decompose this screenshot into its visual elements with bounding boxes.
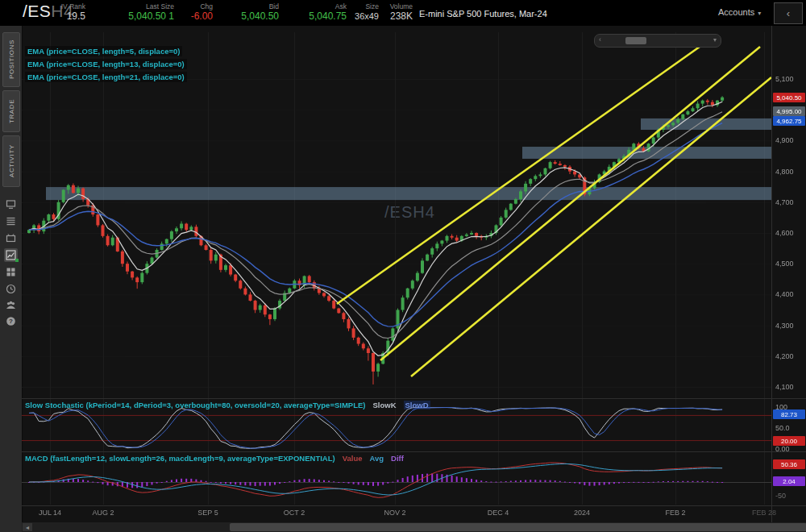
time-axis-label: NOV 2: [384, 509, 405, 517]
panel-separator: [22, 505, 806, 506]
price-axis-label: 4,500: [775, 260, 794, 268]
price-axis-label: 4,600: [775, 229, 794, 237]
macd-title[interactable]: MACD (fastLength=12, slowLength=26, macd…: [25, 454, 335, 463]
macd-bubble: 2.04: [773, 476, 805, 486]
horizontal-scrollbar[interactable]: ◂: [22, 522, 806, 532]
quote-field-volume: Volume238K: [382, 2, 413, 23]
study-labels: EMA (price=CLOSE, length=5, displace=0) …: [25, 46, 187, 85]
tv-icon[interactable]: [4, 231, 18, 245]
time-axis-label: FEB 28: [752, 509, 776, 517]
quote-field-size: Size36x49: [350, 2, 379, 23]
time-axis-label: DEC 4: [488, 509, 509, 517]
sidebar-tab-trade[interactable]: TRADE: [2, 90, 20, 132]
time-axis-label: SEP 5: [197, 509, 218, 517]
time-axis-label: AUG 2: [92, 509, 114, 517]
left-sidebar: POSITIONS TRADE ACTIVITY ?: [0, 26, 23, 532]
price-axis-label: 4,800: [775, 168, 794, 176]
quote-field-last-size: Last Size5,040.50 1: [95, 2, 174, 23]
time-zoom-slider[interactable]: ‹ ▾: [594, 34, 721, 48]
chevron-down-icon: ▾: [758, 10, 761, 17]
price-bubble: 5,040.50: [773, 93, 805, 102]
slider-dropdown-icon[interactable]: ▾: [713, 36, 717, 44]
collapse-panel-button[interactable]: ‹: [774, 2, 803, 24]
quote-field-iv-rank: IV Rank19.5: [39, 2, 85, 23]
slider-thumb[interactable]: [625, 37, 646, 44]
legend-avg[interactable]: Avg: [370, 454, 384, 463]
stoch-axis-label: 50.0: [775, 424, 790, 432]
price-bubble: 4,995.00: [773, 106, 805, 116]
quote-header: /ESH4 IV Rank19.5 Last Size5,040.50 1 Ch…: [0, 0, 806, 26]
time-axis-label: 2024: [574, 509, 590, 517]
price-axis-label: 4,400: [775, 290, 794, 298]
help-icon[interactable]: ?: [4, 314, 18, 328]
study-ema13[interactable]: EMA (price=CLOSE, length=13, displace=0): [25, 59, 187, 69]
quote-field-chg: Chg-6.00: [179, 2, 213, 23]
grid-icon[interactable]: [4, 265, 18, 279]
svg-text:?: ?: [9, 318, 13, 325]
study-ema21[interactable]: EMA (price=CLOSE, length=21, displace=0): [25, 72, 187, 82]
legend-slowd[interactable]: SlowD: [404, 401, 430, 409]
stoch-bubble: 20.00: [773, 436, 805, 446]
legend-diff[interactable]: Diff: [391, 454, 404, 463]
monitor-icon[interactable]: [4, 197, 18, 211]
legend-value[interactable]: Value: [343, 454, 363, 463]
panel-separator[interactable]: [22, 451, 806, 452]
clock-icon[interactable]: [4, 282, 18, 296]
macd-axis-label: -50: [775, 492, 786, 500]
chart-icon[interactable]: [4, 248, 18, 262]
stoch-bubble: 82.73: [773, 409, 805, 419]
price-axis-label: 4,200: [775, 352, 794, 360]
scroll-left-arrow-icon[interactable]: ◂: [23, 523, 32, 531]
price-axis-label: 4,700: [775, 198, 794, 206]
price-axis-label: 4,100: [775, 383, 794, 391]
price-axis-label: 5,100: [775, 75, 794, 83]
slider-left-arrow-icon[interactable]: ‹: [599, 35, 601, 44]
watchlist-icon[interactable]: [4, 214, 18, 228]
price-axis-label: 4,900: [775, 136, 794, 144]
panel-separator[interactable]: [22, 398, 806, 399]
community-icon[interactable]: [4, 298, 18, 312]
scrollbar-thumb[interactable]: [230, 523, 806, 531]
quote-field-bid: Bid5,040.50: [218, 2, 279, 23]
stoch-axis-label: 0.00: [775, 445, 790, 453]
time-axis-label: FEB 2: [665, 509, 685, 517]
stochastic-title[interactable]: Slow Stochastic (kPeriod=14, dPeriod=3, …: [25, 401, 365, 409]
active-marker: [15, 259, 19, 262]
price-axis-label: 4,300: [775, 322, 794, 330]
accounts-dropdown[interactable]: Accounts▾: [718, 7, 761, 17]
legend-slowk[interactable]: SlowK: [372, 401, 396, 409]
price-chart-canvas[interactable]: [22, 26, 806, 522]
sidebar-tab-positions[interactable]: POSITIONS: [2, 32, 20, 87]
stochastic-header: Slow Stochastic (kPeriod=14, dPeriod=3, …: [25, 401, 430, 409]
macd-bubble: 50.36: [773, 459, 805, 469]
sidebar-tab-activity[interactable]: ACTIVITY: [2, 135, 20, 187]
price-bubble: 4,962.75: [773, 116, 805, 126]
quote-field-ask: Ask5,040.75: [284, 2, 347, 23]
time-axis-label: OCT 2: [284, 509, 305, 517]
price-axis-border: [771, 26, 772, 522]
contract-description: E-mini S&P 500 Futures, Mar-24: [419, 9, 547, 19]
time-axis-label: JUL 14: [39, 509, 61, 517]
macd-header: MACD (fastLength=12, slowLength=26, macd…: [25, 454, 404, 463]
study-ema5[interactable]: EMA (price=CLOSE, length=5, displace=0): [25, 46, 182, 56]
